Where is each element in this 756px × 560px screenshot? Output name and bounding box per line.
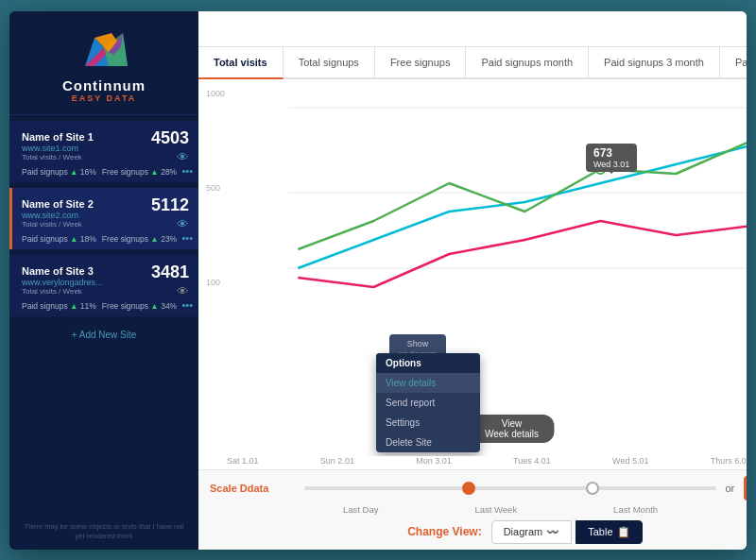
x-label-sun: Sun 2.01: [320, 456, 354, 466]
scale-label: Scale Ddata: [210, 483, 295, 494]
site-card-2[interactable]: Name of Site 2 www.site2.com Total visit…: [9, 188, 198, 249]
site-name-1: Name of Site 1: [22, 131, 94, 143]
add-site-button[interactable]: + Add New Site: [9, 316, 198, 348]
table-button[interactable]: Table 📋: [576, 520, 642, 544]
site-actions-3[interactable]: •••: [181, 299, 193, 311]
options-view-details[interactable]: View details: [376, 373, 480, 393]
y-label-100: 100: [206, 278, 225, 287]
free-signups-1: Free signups ▲ 28%: [102, 167, 177, 177]
site-card-3[interactable]: Name of Site 3 www.verylongadres... Tota…: [9, 255, 198, 316]
scale-slider[interactable]: [304, 486, 716, 490]
diagram-button[interactable]: Diagram 〰️: [491, 520, 573, 544]
options-menu: Options View details Send report Setting…: [376, 353, 480, 452]
tab-free-signups[interactable]: Free signups: [375, 47, 467, 77]
chart-svg: [236, 89, 747, 297]
site-url-2: www.site2.com: [22, 211, 94, 220]
site-card-1[interactable]: Name of Site 1 www.site1.com Total visit…: [9, 121, 198, 182]
options-send-report[interactable]: Send report: [376, 393, 480, 413]
chart-area: 1000 500 100 673: [198, 79, 747, 456]
site-visits-3: 3481: [151, 263, 189, 282]
logo-icon: [76, 28, 132, 74]
change-view-label: Change View:: [407, 525, 481, 538]
sidebar: Continnum EASY DATA Name of Site 1 www.s…: [9, 11, 198, 550]
main-content: 🗎 ⚙ ⏻ Total visits Total signups Free si…: [198, 11, 747, 550]
bottom-controls: Scale Ddata or 📅 Set Period Last Day Las…: [198, 469, 747, 550]
x-label-tues: Tues 4.01: [513, 456, 551, 466]
time-labels: Last Day Last Week Last Month Last Year: [210, 504, 747, 515]
site-visits-2: 5112: [151, 195, 189, 215]
options-menu-title: Options: [376, 353, 480, 373]
time-last-month[interactable]: Last Month: [613, 504, 658, 515]
free-signups-2: Free signups ▲ 23%: [102, 234, 177, 244]
site-name-3: Name of Site 3: [22, 265, 103, 277]
or-label: or: [726, 483, 735, 494]
tabs-bar: Total visits Total signups Free signups …: [198, 47, 747, 79]
y-label-500: 500: [206, 183, 225, 193]
site-actions-2[interactable]: •••: [181, 232, 193, 244]
x-label-mon: Mon 3.01: [416, 456, 452, 466]
x-axis: Sat 1.01 Sun 2.01 Mon 3.01 Tues 4.01 Wed…: [198, 456, 747, 469]
site-label-3: Total visits / Week: [22, 287, 103, 296]
eye-icon-1[interactable]: 👁: [177, 150, 189, 164]
x-label-thurs: Thurs 6.01: [711, 456, 747, 466]
sidebar-footer: There may be some objects or texts that …: [9, 515, 198, 550]
x-label-wed: Wed 5.01: [612, 456, 648, 466]
slider-thumb-active[interactable]: [462, 482, 475, 495]
site-label-2: Total visits / Week: [22, 220, 94, 229]
tab-paid-signups-6month[interactable]: Paid signups 6 month: [720, 47, 747, 77]
paid-signups-2: Paid signups ▲ 18%: [22, 234, 96, 244]
options-settings[interactable]: Settings: [376, 413, 480, 433]
eye-icon-3[interactable]: 👁: [177, 284, 189, 298]
view-week-container: View Week details: [470, 414, 554, 443]
time-last-week[interactable]: Last Week: [474, 504, 517, 515]
site-label-1: Total visits / Week: [22, 153, 94, 161]
x-label-sat: Sat 1.01: [227, 456, 259, 466]
tab-paid-signups-month[interactable]: Paid signups month: [466, 47, 589, 77]
diagram-icon: 〰️: [546, 526, 559, 538]
set-period-button[interactable]: 📅 Set Period: [744, 476, 747, 501]
topbar: 🗎 ⚙ ⏻: [198, 11, 747, 47]
tooltip-point: [595, 164, 605, 174]
tab-paid-signups-3month[interactable]: Paid signups 3 month: [589, 47, 720, 77]
site-name-2: Name of Site 2: [22, 198, 94, 210]
eye-icon-2[interactable]: 👁: [177, 217, 189, 231]
change-view-row: Change View: Diagram 〰️ Table 📋: [210, 520, 747, 544]
scale-row: Scale Ddata or 📅 Set Period: [210, 476, 747, 501]
logo-area: Continnum EASY DATA: [9, 11, 198, 115]
site-url-1: www.site1.com: [22, 144, 94, 153]
view-toggle: Diagram 〰️ Table 📋: [491, 520, 643, 544]
tab-total-visits[interactable]: Total visits: [198, 47, 284, 79]
slider-thumb-secondary[interactable]: [586, 482, 599, 495]
time-last-day[interactable]: Last Day: [343, 504, 379, 515]
site-actions-1[interactable]: •••: [181, 165, 193, 177]
free-signups-3: Free signups ▲ 34%: [102, 301, 177, 311]
tab-total-signups[interactable]: Total signups: [284, 47, 375, 77]
view-week-button[interactable]: View Week details: [470, 415, 554, 443]
site-url-3: www.verylongadres...: [22, 278, 103, 287]
y-label-1000: 1000: [206, 89, 225, 98]
site-visits-1: 4503: [151, 128, 189, 148]
brand-tagline: EASY DATA: [72, 93, 137, 103]
table-icon: 📋: [617, 526, 630, 538]
brand-name: Continnum: [62, 77, 146, 93]
paid-signups-1: Paid signups ▲ 16%: [22, 167, 96, 177]
options-delete-site[interactable]: Delete Site: [376, 433, 480, 452]
paid-signups-3: Paid signups ▲ 11%: [22, 301, 96, 311]
